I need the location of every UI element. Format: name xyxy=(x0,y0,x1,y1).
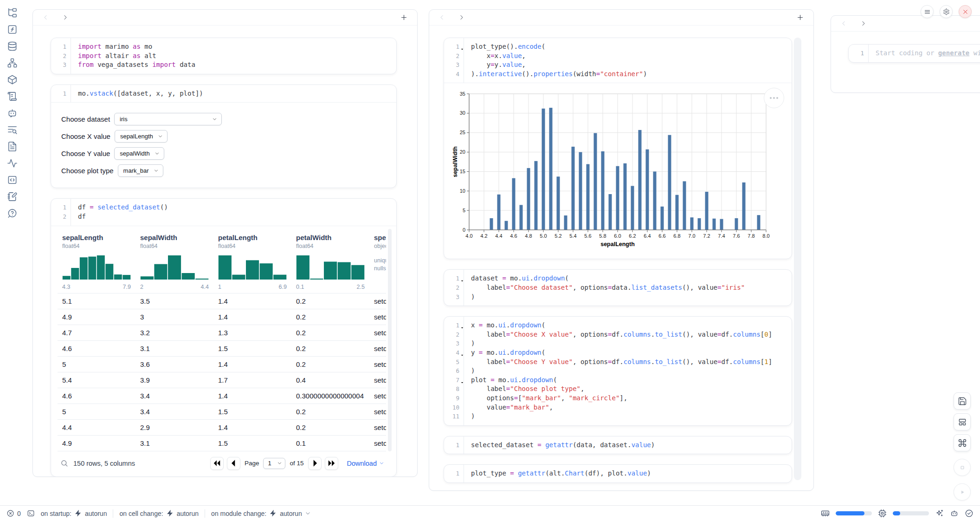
page-label: Page xyxy=(245,460,259,467)
line-number: 4 xyxy=(444,70,464,79)
cpu-icon xyxy=(878,509,887,518)
window-controls xyxy=(921,5,972,18)
fold-chevron-icon[interactable] xyxy=(460,45,464,48)
min-value: 1 xyxy=(218,284,221,290)
code-editor[interactable]: 1mo.vstack([dataset, x, y, plot]) xyxy=(51,85,396,103)
altair-chart-output[interactable]: 4.04.24.44.64.85.05.25.45.65.86.06.26.46… xyxy=(444,83,792,259)
table-cell: 1.5 xyxy=(213,345,291,352)
table-cell: setosa xyxy=(369,439,386,447)
min-value: 2 xyxy=(140,284,143,290)
notebook-column-1: 1import marimo as mo2import altair as al… xyxy=(32,9,418,477)
column-move-left-icon[interactable] xyxy=(840,20,847,27)
column-move-left-icon[interactable] xyxy=(42,14,49,21)
svg-text:6.6: 6.6 xyxy=(658,233,665,239)
first-page-button[interactable] xyxy=(210,457,224,470)
close-button[interactable] xyxy=(959,5,972,18)
code-placeholder[interactable]: Start coding or generate with AI xyxy=(868,49,980,58)
code-editor[interactable]: 1x = mo.ui.dropdown(2 label="Choose X va… xyxy=(444,317,792,425)
table-cell: 1.5 xyxy=(213,439,291,447)
robot-icon xyxy=(950,509,959,518)
layout-button[interactable] xyxy=(954,413,971,430)
scratchpad-icon xyxy=(7,191,18,202)
save-button[interactable] xyxy=(954,392,971,410)
svg-text:30: 30 xyxy=(460,111,465,116)
fold-chevron-icon[interactable] xyxy=(460,323,464,327)
setting-label: on cell change: xyxy=(119,510,163,517)
sidebar-log-search-button[interactable] xyxy=(7,124,18,135)
run-button[interactable] xyxy=(954,483,971,501)
column-2-header xyxy=(429,10,813,26)
sidebar-help-button[interactable] xyxy=(7,208,18,219)
chart-actions-button[interactable] xyxy=(764,88,784,108)
svg-text:7.4: 7.4 xyxy=(718,233,725,239)
kernel-status-button[interactable] xyxy=(965,509,974,518)
code-editor[interactable]: 1plot_type().encode(2 x=x.value,3 y=y.va… xyxy=(444,38,792,83)
generate-with-ai-link[interactable]: generate xyxy=(938,49,969,57)
settings-button[interactable] xyxy=(940,5,953,18)
gear-icon xyxy=(943,8,950,15)
sidebar-script-scroll-button[interactable] xyxy=(7,91,18,102)
column-move-right-icon[interactable] xyxy=(860,20,867,27)
menu-icon xyxy=(924,8,931,15)
menu-button[interactable] xyxy=(921,5,934,18)
choose-y-value-select[interactable]: sepalWidth xyxy=(114,147,164,160)
pagination: Page1of 15Download xyxy=(210,457,384,470)
choose-x-value-select[interactable]: sepalLength xyxy=(115,130,168,143)
next-page-button[interactable] xyxy=(308,457,322,470)
line-number: 1 xyxy=(51,42,71,52)
command-palette-button[interactable] xyxy=(954,434,971,451)
svg-text:6.0: 6.0 xyxy=(614,233,621,239)
code-line: label="Choose X value", options=df.colum… xyxy=(464,330,792,339)
sidebar-database-button[interactable] xyxy=(7,41,18,52)
prev-page-button[interactable] xyxy=(227,457,240,470)
code-editor[interactable]: 1Start coding or generate with AI xyxy=(849,45,980,62)
svg-text:8.0: 8.0 xyxy=(762,233,769,239)
code-editor[interactable]: 1dataset = mo.ui.dropdown(2 label="Choos… xyxy=(444,270,792,306)
add-column-icon[interactable] xyxy=(796,13,804,21)
stop-button[interactable] xyxy=(954,459,971,476)
sidebar-chat-bot-button[interactable] xyxy=(7,108,18,118)
sidebar-dependency-graph-button[interactable] xyxy=(7,58,18,68)
copilot-button[interactable] xyxy=(950,509,959,518)
column-move-left-icon[interactable] xyxy=(438,14,445,21)
page-select[interactable]: 1 xyxy=(263,458,285,469)
code-line: import marimo as mo xyxy=(71,42,396,52)
table-cell: setosa xyxy=(369,376,386,384)
sidebar-tracing-button[interactable] xyxy=(7,158,18,169)
column-scrollbar[interactable] xyxy=(794,38,801,480)
download-button[interactable]: Download xyxy=(347,460,385,467)
column-move-right-icon[interactable] xyxy=(458,14,465,21)
svg-text:4.2: 4.2 xyxy=(480,233,487,239)
add-column-icon[interactable] xyxy=(400,13,408,21)
runtime-setting-2[interactable]: on cell change:autorun xyxy=(119,509,199,517)
fold-chevron-icon[interactable] xyxy=(460,378,464,382)
code-editor[interactable]: 1plot_type = getattr(alt.Chart(df), plot… xyxy=(444,465,792,482)
sidebar-snippets-button[interactable] xyxy=(7,175,18,185)
ai-assistant-button[interactable] xyxy=(935,509,944,518)
code-editor[interactable]: 1selected_dataset = getattr(data, datase… xyxy=(444,436,792,454)
sidebar-file-tree-button[interactable] xyxy=(7,7,18,18)
fold-chevron-icon[interactable] xyxy=(460,276,464,280)
sidebar-function-square-button[interactable] xyxy=(7,24,18,35)
table-scrollbar[interactable] xyxy=(388,229,392,451)
terminal-button[interactable] xyxy=(27,509,35,517)
last-page-button[interactable] xyxy=(325,457,338,470)
sidebar-documentation-button[interactable] xyxy=(7,141,18,152)
code-editor[interactable]: 1df = selected_dataset()2df xyxy=(51,199,396,225)
runtime-setting-3[interactable]: on module change:autorun xyxy=(211,509,311,517)
fold-chevron-icon[interactable] xyxy=(460,351,464,354)
choose-dataset-select[interactable]: iris xyxy=(114,113,222,125)
sidebar-package-button[interactable] xyxy=(7,74,18,85)
sidebar-scratchpad-button[interactable] xyxy=(7,191,18,202)
package-icon xyxy=(7,74,18,85)
table-row: 5.13.51.40.2setosa xyxy=(58,293,386,309)
choose-plot-type-select[interactable]: mark_bar xyxy=(118,164,163,177)
line-number: 3 xyxy=(444,339,464,348)
line-number: 1 xyxy=(444,469,464,478)
error-count-badge[interactable]: 0 xyxy=(6,509,21,517)
svg-text:7.0: 7.0 xyxy=(688,233,695,239)
status-bar: 0on startup:autorunon cell change:autoru… xyxy=(0,505,980,521)
code-editor[interactable]: 1import marimo as mo2import altair as al… xyxy=(51,38,396,74)
column-move-right-icon[interactable] xyxy=(62,14,69,21)
runtime-setting-1[interactable]: on startup:autorun xyxy=(41,509,107,517)
